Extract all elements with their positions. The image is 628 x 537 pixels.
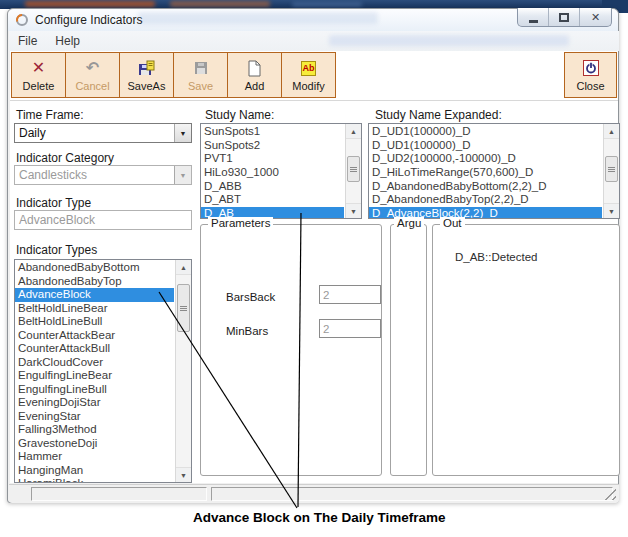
arguments-title: Argu [394, 217, 424, 229]
study-name-list[interactable]: SunSpots1SunSpots2PVT1HiLo930_1000D_ABBD… [200, 123, 362, 219]
scroll-thumb[interactable] [177, 284, 190, 332]
scrollbar[interactable]: ▲ ▼ [345, 124, 361, 218]
out-title: Out [440, 217, 465, 229]
arguments-groupbox: Argu [390, 224, 427, 476]
scroll-thumb[interactable] [605, 156, 618, 182]
scroll-down-button[interactable]: ▼ [346, 203, 361, 218]
list-item[interactable]: Falling3Method [15, 423, 174, 437]
minimize-button[interactable] [518, 8, 549, 26]
list-item[interactable]: EveningStar [15, 410, 174, 424]
app-logo-icon [15, 13, 29, 27]
modify-ab-icon: Ab [301, 58, 316, 78]
window-controls: ✕ [517, 8, 612, 27]
status-bar [9, 484, 619, 503]
background-blur-artifact [170, 1, 270, 7]
out-value: D_AB::Detected [455, 251, 537, 263]
list-item[interactable]: D_AbandonedBabyBottom(2,2)_D [369, 180, 602, 194]
list-item[interactable]: HaramiBlack [15, 477, 174, 482]
list-item[interactable]: D_AbandonedBabyTop(2,2)_D [369, 193, 602, 207]
menu-help[interactable]: Help [46, 32, 89, 50]
scroll-up-button[interactable]: ▲ [346, 124, 361, 139]
list-item[interactable]: D_UD1(100000)_D [369, 139, 602, 153]
list-item[interactable]: AdvanceBlock [15, 288, 174, 302]
list-item[interactable]: AbandonedBabyBottom [15, 261, 174, 275]
indicator-types-label: Indicator Types [16, 243, 97, 257]
power-icon [583, 58, 599, 78]
cancel-button[interactable]: ↶ Cancel [65, 52, 120, 98]
scroll-down-button[interactable]: ▼ [604, 203, 619, 218]
indicator-category-label: Indicator Category [16, 151, 114, 165]
scrollbar[interactable]: ▲ ▼ [175, 260, 191, 482]
window-title: Configure Indicators [35, 13, 142, 27]
scroll-up-button[interactable]: ▲ [604, 124, 619, 139]
chevron-down-icon: ▼ [174, 166, 191, 184]
save-as-disk-icon [138, 58, 155, 78]
scroll-up-button[interactable]: ▲ [176, 260, 191, 275]
background-blur-artifact [25, 1, 155, 7]
scroll-thumb[interactable] [347, 156, 360, 182]
list-item[interactable]: CounterAttackBull [15, 342, 174, 356]
list-item[interactable]: D_UD1(100000)_D [369, 125, 602, 139]
add-button[interactable]: Add [227, 52, 282, 98]
indicator-category-select[interactable]: Candlesticks ▼ [14, 165, 192, 185]
list-item[interactable]: AbandonedBabyTop [15, 275, 174, 289]
close-icon: ✕ [591, 12, 600, 23]
titlebar[interactable]: Configure Indicators ✕ [8, 9, 618, 31]
minbars-input[interactable] [319, 319, 381, 338]
list-item[interactable]: HangingMan [15, 464, 174, 478]
parameters-title: Parameters [208, 217, 273, 229]
delete-button[interactable]: ✕ Delete [11, 52, 66, 98]
list-item[interactable]: DarkCloudCover [15, 356, 174, 370]
save-as-button[interactable]: SaveAs [119, 52, 174, 98]
titlebar-blur-artifact [138, 12, 378, 24]
list-item[interactable]: D_HiLoTimeRange(570,600)_D [369, 166, 602, 180]
configure-indicators-window: Configure Indicators ✕ File Help ✕ Delet… [7, 8, 619, 503]
list-item[interactable]: SunSpots1 [201, 125, 344, 139]
scrollbar[interactable]: ▲ ▼ [603, 124, 619, 218]
delete-x-icon: ✕ [32, 58, 45, 78]
list-item[interactable]: EveningDojiStar [15, 396, 174, 410]
list-item[interactable]: Hammer [15, 450, 174, 464]
study-name-expanded-label: Study Name Expanded: [375, 108, 502, 122]
list-item[interactable]: BeltHoldLineBear [15, 302, 174, 316]
close-window-button[interactable]: ✕ [580, 8, 611, 26]
chevron-down-icon[interactable]: ▼ [174, 124, 191, 142]
minimize-icon [529, 20, 538, 23]
list-item[interactable]: HiLo930_1000 [201, 166, 344, 180]
study-name-expanded-list[interactable]: D_UD1(100000)_DD_UD1(100000)_DD_UD2(1000… [368, 123, 620, 219]
list-item[interactable]: EngulfingLineBull [15, 383, 174, 397]
scroll-down-button[interactable]: ▼ [176, 467, 191, 482]
minbars-label: MinBars [226, 325, 268, 337]
list-item[interactable]: D_ABB [201, 180, 344, 194]
status-panel [211, 487, 613, 501]
save-disk-icon [193, 58, 209, 78]
list-item[interactable]: PVT1 [201, 152, 344, 166]
list-item[interactable]: EngulfingLineBear [15, 369, 174, 383]
save-button[interactable]: Save [173, 52, 228, 98]
menubar-blur-artifact [329, 35, 569, 46]
list-item[interactable]: SunSpots2 [201, 139, 344, 153]
time-frame-label: Time Frame: [16, 108, 84, 122]
close-button[interactable]: Close [564, 52, 617, 98]
list-item[interactable]: CounterAttackBear [15, 329, 174, 343]
barsback-label: BarsBack [226, 291, 275, 303]
undo-arrow-icon: ↶ [86, 58, 99, 78]
list-item[interactable]: BeltHoldLineBull [15, 315, 174, 329]
menu-file[interactable]: File [9, 32, 46, 50]
background-blur-artifact [292, 2, 362, 7]
maximize-button[interactable] [549, 8, 580, 26]
list-item[interactable]: D_UD2(100000,-100000)_D [369, 152, 602, 166]
study-name-label: Study Name: [205, 108, 274, 122]
list-item[interactable]: D_ABT [201, 193, 344, 207]
indicator-type-field[interactable]: AdvanceBlock [14, 210, 192, 230]
status-panel [31, 487, 207, 501]
barsback-input[interactable] [319, 285, 381, 304]
indicator-types-list[interactable]: AbandonedBabyBottomAbandonedBabyTopAdvan… [14, 259, 192, 483]
annotation-caption: Advance Block on The Daily Timeframe [193, 510, 446, 525]
out-groupbox: Out D_AB::Detected [432, 224, 620, 476]
modify-button[interactable]: Ab Modify [281, 52, 336, 98]
indicator-type-label: Indicator Type [16, 196, 91, 210]
list-item[interactable]: GravestoneDoji [15, 437, 174, 451]
maximize-icon [559, 13, 569, 22]
time-frame-select[interactable]: Daily ▼ [14, 123, 192, 143]
